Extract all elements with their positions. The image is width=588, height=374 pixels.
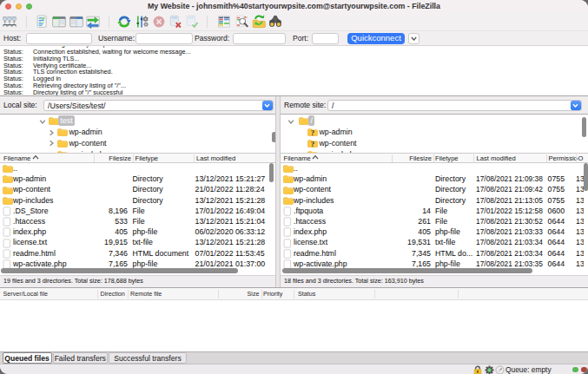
- disclosure-right-icon[interactable]: [48, 129, 55, 136]
- remote-list-vertical-scrollbar[interactable]: [584, 163, 588, 191]
- remote-file-row-license-txt[interactable]: license.txt 19,531 txt-file 17/08/2021 2…: [281, 237, 588, 247]
- column-header-owner[interactable]: O: [578, 154, 584, 162]
- toggle-local-tree-button[interactable]: [52, 15, 66, 29]
- process-queue-button[interactable]: [135, 15, 149, 29]
- column-separator[interactable]: [392, 154, 393, 162]
- remote-combo-dropdown-button[interactable]: [571, 101, 581, 110]
- host-input[interactable]: [26, 33, 92, 44]
- local-list-vertical-scrollbar[interactable]: [269, 163, 274, 182]
- disconnect-button[interactable]: [168, 15, 182, 29]
- gauge-icon[interactable]: [495, 365, 504, 374]
- cell-filesize: [0, 174, 128, 184]
- quickconnect-dropdown-button[interactable]: [408, 33, 420, 45]
- column-header-permissions[interactable]: Permissio: [549, 154, 578, 162]
- local-file-row-license-txt[interactable]: license.txt 19,915 txt-file 13/12/2021 1…: [0, 237, 275, 247]
- cell-last-modified: 13/12/2021 15:21:27: [195, 174, 266, 184]
- remote-file-row--htaccess[interactable]: .htaccess 261 File 17/08/2021 21:30:5206…: [281, 216, 588, 226]
- local-file-row-index-php[interactable]: index.php 405 php-file 06/02/2020 06:33:…: [0, 226, 275, 237]
- column-separator[interactable]: [473, 154, 474, 162]
- remote-file-row-wp-includes[interactable]: wp-includes Directory 17/08/2021 21:13:0…: [281, 195, 588, 206]
- column-separator[interactable]: [458, 290, 459, 299]
- column-separator[interactable]: [218, 290, 219, 299]
- column-header-filesize[interactable]: Filesize: [0, 154, 131, 162]
- local-file-row--htaccess[interactable]: .htaccess 533 File 13/12/2021 15:21:04: [0, 216, 275, 226]
- cell-filetype: Directory: [435, 174, 466, 184]
- local-file-row--DS-Store[interactable]: .DS_Store 8,196 File 17/01/2022 16:49:04: [0, 206, 275, 216]
- queue-column-header-priority[interactable]: Priority: [263, 288, 282, 299]
- tab-failed-transfers[interactable]: Failed transfers: [53, 352, 108, 364]
- local-tree-vertical-scrollbar[interactable]: [272, 132, 275, 142]
- column-header-filetype[interactable]: Filetype: [435, 154, 459, 162]
- username-input[interactable]: [135, 33, 193, 44]
- local-file-row-wp-content[interactable]: wp-content Directory 21/01/2022 11:28:24: [0, 184, 275, 194]
- local-file-row--[interactable]: ..: [0, 163, 275, 174]
- remote-list-horizontal-scrollbar[interactable]: [282, 268, 532, 273]
- local-tree-item-wp-admin[interactable]: wp-admin: [0, 127, 275, 137]
- column-separator[interactable]: [374, 290, 375, 299]
- local-list-horizontal-scrollbar[interactable]: [1, 268, 238, 273]
- password-input[interactable]: [233, 33, 286, 44]
- column-separator[interactable]: [94, 154, 95, 162]
- column-separator[interactable]: [133, 154, 134, 162]
- column-separator[interactable]: [261, 290, 262, 299]
- tab-successful-transfers[interactable]: Successful transfers: [109, 352, 187, 364]
- cell-filetype: Directory: [133, 184, 163, 194]
- toggle-remote-tree-button[interactable]: [69, 15, 83, 29]
- column-header-last-modified[interactable]: Last modified: [477, 154, 516, 162]
- filezilla-window: My Website - johnsmith%40startyourwpsite…: [0, 0, 588, 374]
- speed-limits-icon[interactable]: [485, 365, 493, 374]
- local-file-row-wp-includes[interactable]: wp-includes Directory 13/12/2021 15:21:2…: [0, 195, 275, 206]
- column-separator[interactable]: [433, 154, 434, 162]
- directory-listing-filters-button[interactable]: [217, 15, 231, 29]
- site-manager-button[interactable]: [3, 15, 17, 29]
- tab-queued-files[interactable]: Queued files: [3, 352, 52, 364]
- column-separator[interactable]: [546, 154, 547, 162]
- find-files-button[interactable]: [268, 15, 282, 29]
- cell-filetype: php-file: [133, 226, 158, 237]
- local-site-path-combobox[interactable]: /Users/Sites/test/: [43, 100, 274, 111]
- local-tree-item-test[interactable]: test: [0, 115, 275, 126]
- remote-file-row--[interactable]: ..: [281, 163, 588, 174]
- remote-site-path-combobox[interactable]: /: [327, 100, 582, 111]
- local-file-row-readme-html[interactable]: readme.html 7,346 HTML document 07/01/20…: [0, 248, 275, 259]
- column-separator[interactable]: [128, 290, 129, 299]
- refresh-button[interactable]: [117, 15, 131, 29]
- reconnect-button[interactable]: [185, 15, 199, 29]
- remote-tree-item--[interactable]: /: [281, 115, 588, 126]
- cell-filesize: 7,345: [281, 248, 431, 259]
- synchronized-browsing-button[interactable]: [252, 15, 266, 29]
- column-header-last-modified[interactable]: Last modified: [196, 154, 235, 162]
- remote-file-row-index-php[interactable]: index.php 405 php-file 17/08/2021 21:03:…: [281, 226, 588, 237]
- local-file-row-wp-admin[interactable]: wp-admin Directory 13/12/2021 15:21:27: [0, 174, 275, 184]
- column-header-filetype[interactable]: Filetype: [135, 154, 159, 162]
- toggle-transfer-queue-button[interactable]: [86, 15, 100, 29]
- directory-comparison-button[interactable]: [235, 15, 249, 29]
- lock-icon[interactable]: [473, 365, 482, 374]
- toggle-message-log-button[interactable]: [35, 15, 49, 29]
- disclosure-down-icon[interactable]: [287, 118, 294, 125]
- column-separator[interactable]: [97, 290, 98, 299]
- column-separator[interactable]: [576, 154, 577, 162]
- cell-filesize: [0, 163, 128, 174]
- queue-column-header-status[interactable]: Status: [298, 288, 315, 299]
- column-header-filesize[interactable]: Filesize: [281, 154, 432, 162]
- local-tree-item-wp-content[interactable]: wp-content: [0, 138, 275, 148]
- remote-file-row-wp-content[interactable]: wp-content Directory 17/08/2021 21:09:42…: [281, 184, 588, 194]
- cell-last-modified: 17/08/2021 21:03:34: [476, 237, 543, 247]
- remote-file-row-readme-html[interactable]: readme.html 7,345 HTML do... 17/08/2021 …: [281, 248, 588, 259]
- remote-file-row-wp-admin[interactable]: wp-admin Directory 17/08/2021 21:09:3807…: [281, 174, 588, 184]
- disclosure-down-icon[interactable]: [39, 118, 46, 125]
- quickconnect-button[interactable]: Quickconnect: [347, 33, 405, 45]
- remote-tree-vertical-scrollbar[interactable]: [582, 117, 586, 137]
- remote-tree-item-wp-content[interactable]: ?wp-content: [281, 138, 588, 148]
- remote-file-row--ftpquota[interactable]: .ftpquota 14 File 17/01/2022 15:12:58060…: [281, 206, 588, 216]
- column-separator[interactable]: [194, 154, 195, 162]
- cancel-operation-button[interactable]: [152, 15, 166, 29]
- queue-column-header-size[interactable]: Size: [0, 288, 260, 299]
- remote-tree-item-wp-admin[interactable]: ?wp-admin: [281, 127, 588, 137]
- column-separator[interactable]: [294, 290, 294, 299]
- cell-filesize: 405: [281, 226, 431, 237]
- local-combo-dropdown-button[interactable]: [262, 101, 273, 110]
- disclosure-right-icon[interactable]: [48, 140, 55, 147]
- port-input[interactable]: [312, 33, 339, 44]
